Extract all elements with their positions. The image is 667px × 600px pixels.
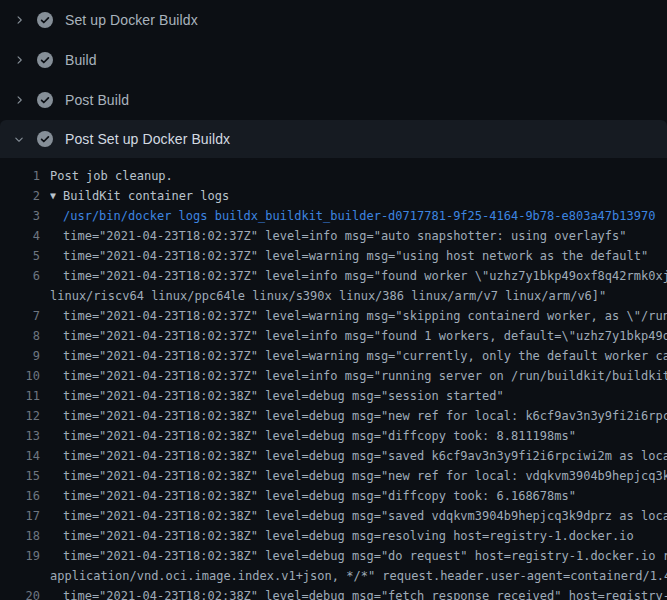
log-line-content: time="2021-04-23T18:02:37Z" level=info m… — [63, 226, 667, 246]
check-circle-icon — [37, 92, 53, 108]
log-line-text: time="2021-04-23T18:02:37Z" level=info m… — [63, 366, 667, 386]
log-row: application/vnd.oci.image.index.v1+json,… — [0, 566, 667, 586]
log-line-number — [0, 286, 40, 306]
log-row: 5 time="2021-04-23T18:02:37Z" level=warn… — [0, 246, 667, 266]
log-line-text: time="2021-04-23T18:02:38Z" level=debug … — [63, 386, 504, 406]
log-line-text: time="2021-04-23T18:02:38Z" level=debug … — [63, 406, 667, 426]
log-row: 18 time="2021-04-23T18:02:38Z" level=deb… — [0, 526, 667, 546]
group-collapse-icon[interactable]: ▼ — [50, 186, 56, 206]
log-line-content: linux/riscv64 linux/ppc64le linux/s390x … — [50, 286, 667, 306]
log-line-text: Post job cleanup. — [50, 166, 173, 186]
log-line-text: time="2021-04-23T18:02:38Z" level=debug … — [63, 526, 634, 546]
step-row-build[interactable]: Build — [0, 40, 667, 80]
log-line-number[interactable]: 12 — [0, 406, 40, 426]
log-line-number[interactable]: 17 — [0, 506, 40, 526]
step-label: Build — [65, 52, 97, 68]
log-line-number[interactable]: 1 — [0, 166, 40, 186]
actions-log-viewer: Set up Docker Buildx Build — [0, 0, 667, 600]
check-circle-icon — [37, 12, 53, 28]
log-line-number[interactable]: 20 — [0, 586, 40, 600]
step-row-post-build[interactable]: Post Build — [0, 80, 667, 120]
step-label: Post Set up Docker Buildx — [65, 131, 230, 147]
step-label: Post Build — [65, 92, 129, 108]
log-line-text: application/vnd.oci.image.index.v1+json,… — [50, 566, 667, 586]
log-row: 19 time="2021-04-23T18:02:38Z" level=deb… — [0, 546, 667, 566]
log-line-number[interactable]: 14 — [0, 446, 40, 466]
log-line-content: time="2021-04-23T18:02:38Z" level=debug … — [63, 546, 667, 566]
log-line-text: time="2021-04-23T18:02:38Z" level=debug … — [63, 486, 576, 506]
log-line-content: application/vnd.oci.image.index.v1+json,… — [50, 566, 667, 586]
log-line-content: time="2021-04-23T18:02:38Z" level=debug … — [63, 526, 667, 546]
log-line-content: time="2021-04-23T18:02:37Z" level=info m… — [63, 366, 667, 386]
check-circle-icon — [37, 131, 53, 147]
log-line-number[interactable]: 16 — [0, 486, 40, 506]
log-line-content: /usr/bin/docker logs buildx_buildkit_bui… — [63, 206, 667, 226]
log-row: 1 Post job cleanup. — [0, 166, 667, 186]
log-line-text: time="2021-04-23T18:02:37Z" level=info m… — [63, 326, 667, 346]
log-group-toggle-row[interactable]: 2 ▼BuildKit container logs — [0, 186, 667, 206]
chevron-down-icon — [13, 133, 25, 145]
log-line-content: time="2021-04-23T18:02:37Z" level=info m… — [63, 266, 667, 286]
log-panel: 1 Post job cleanup. 2 ▼BuildKit containe… — [0, 158, 667, 600]
check-circle-icon — [37, 52, 53, 68]
step-row-set-up-docker-buildx[interactable]: Set up Docker Buildx — [0, 0, 667, 40]
log-line-number[interactable]: 9 — [0, 346, 40, 366]
log-line-content: time="2021-04-23T18:02:38Z" level=debug … — [63, 406, 667, 426]
log-line-text: time="2021-04-23T18:02:38Z" level=debug … — [63, 586, 667, 600]
log-line-number[interactable]: 10 — [0, 366, 40, 386]
log-line-text: /usr/bin/docker logs buildx_buildkit_bui… — [63, 206, 655, 226]
log-line-number[interactable]: 13 — [0, 426, 40, 446]
log-line-number[interactable]: 11 — [0, 386, 40, 406]
log-line-number[interactable]: 5 — [0, 246, 40, 266]
log-line-content: time="2021-04-23T18:02:38Z" level=debug … — [63, 506, 667, 526]
log-row: 17 time="2021-04-23T18:02:38Z" level=deb… — [0, 506, 667, 526]
log-line-number[interactable]: 18 — [0, 526, 40, 546]
log-row: 6 time="2021-04-23T18:02:37Z" level=info… — [0, 266, 667, 286]
log-line-text: time="2021-04-23T18:02:37Z" level=warnin… — [63, 346, 667, 366]
log-line-content: time="2021-04-23T18:02:38Z" level=debug … — [63, 586, 667, 600]
log-line-number[interactable]: 19 — [0, 546, 40, 566]
log-line-text: time="2021-04-23T18:02:37Z" level=info m… — [63, 226, 627, 246]
log-line-number[interactable]: 15 — [0, 466, 40, 486]
log-row: 8 time="2021-04-23T18:02:37Z" level=info… — [0, 326, 667, 346]
log-row: 13 time="2021-04-23T18:02:38Z" level=deb… — [0, 426, 667, 446]
chevron-right-icon — [13, 54, 25, 66]
log-row: 11 time="2021-04-23T18:02:38Z" level=deb… — [0, 386, 667, 406]
log-row: 14 time="2021-04-23T18:02:38Z" level=deb… — [0, 446, 667, 466]
log-line-text: linux/riscv64 linux/ppc64le linux/s390x … — [50, 286, 606, 306]
log-line-content: time="2021-04-23T18:02:38Z" level=debug … — [63, 426, 667, 446]
log-row: 4 time="2021-04-23T18:02:37Z" level=info… — [0, 226, 667, 246]
log-line-number[interactable]: 7 — [0, 306, 40, 326]
log-line-text: time="2021-04-23T18:02:37Z" level=info m… — [63, 266, 667, 286]
log-line-text: time="2021-04-23T18:02:37Z" level=warnin… — [63, 306, 667, 326]
log-line-text: BuildKit container logs — [63, 186, 229, 206]
log-line-content: time="2021-04-23T18:02:38Z" level=debug … — [63, 446, 667, 466]
log-line-text: time="2021-04-23T18:02:38Z" level=debug … — [63, 546, 667, 566]
log-line-content: time="2021-04-23T18:02:37Z" level=warnin… — [63, 246, 667, 266]
step-label: Set up Docker Buildx — [65, 12, 198, 28]
log-line-text: time="2021-04-23T18:02:37Z" level=warnin… — [63, 246, 648, 266]
log-line-text: time="2021-04-23T18:02:38Z" level=debug … — [63, 446, 667, 466]
log-line-number[interactable]: 8 — [0, 326, 40, 346]
log-line-content: time="2021-04-23T18:02:38Z" level=debug … — [63, 486, 667, 506]
log-line-number[interactable]: 3 — [0, 206, 40, 226]
log-row: 10 time="2021-04-23T18:02:37Z" level=inf… — [0, 366, 667, 386]
log-line-content: Post job cleanup. — [50, 166, 667, 186]
log-line-number[interactable]: 4 — [0, 226, 40, 246]
log-line-number — [0, 566, 40, 586]
log-row: 20 time="2021-04-23T18:02:38Z" level=deb… — [0, 586, 667, 600]
step-row-post-set-up-docker-buildx[interactable]: Post Set up Docker Buildx — [0, 120, 667, 158]
steps-list: Set up Docker Buildx Build — [0, 0, 667, 158]
log-line-content: time="2021-04-23T18:02:38Z" level=debug … — [63, 386, 667, 406]
chevron-right-icon — [13, 14, 25, 26]
log-row: 12 time="2021-04-23T18:02:38Z" level=deb… — [0, 406, 667, 426]
log-line-content: time="2021-04-23T18:02:37Z" level=info m… — [63, 326, 667, 346]
log-row: linux/riscv64 linux/ppc64le linux/s390x … — [0, 286, 667, 306]
log-row: 3 /usr/bin/docker logs buildx_buildkit_b… — [0, 206, 667, 226]
log-line-number[interactable]: 2 — [0, 186, 40, 206]
log-line-text: time="2021-04-23T18:02:38Z" level=debug … — [63, 506, 667, 526]
log-row: 7 time="2021-04-23T18:02:37Z" level=warn… — [0, 306, 667, 326]
log-line-text: time="2021-04-23T18:02:38Z" level=debug … — [63, 426, 576, 446]
log-row: 15 time="2021-04-23T18:02:38Z" level=deb… — [0, 466, 667, 486]
log-line-number[interactable]: 6 — [0, 266, 40, 286]
